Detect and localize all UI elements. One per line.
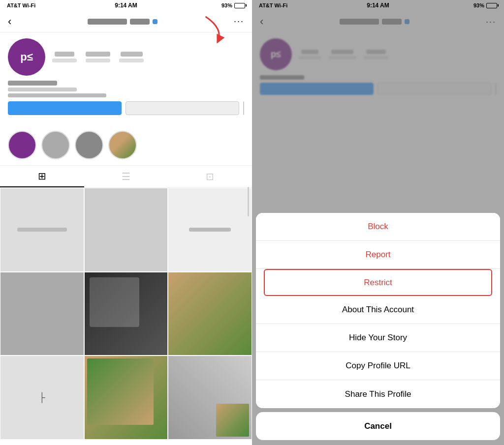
tab-tagged[interactable]: ⊡ xyxy=(168,166,252,187)
left-panel: AT&T Wi-Fi 9:14 AM 93% ‹ ··· xyxy=(0,0,252,445)
action-restrict[interactable]: Restrict xyxy=(264,269,492,296)
action-copy-url[interactable]: Copy Profile URL xyxy=(256,352,500,380)
profile-stats xyxy=(52,52,144,62)
grid-tabs: ⊞ ☰ ⊡ xyxy=(0,165,252,188)
grid-cell-3[interactable] xyxy=(168,188,252,272)
grid-cell-6[interactable] xyxy=(168,272,252,356)
highlights-row xyxy=(0,127,252,163)
action-sheet-overlay: Block Report Restrict About This Account… xyxy=(252,0,504,445)
scrollbar xyxy=(248,187,249,216)
tab-list[interactable]: ☰ xyxy=(84,166,168,187)
battery-area-left: 93% xyxy=(221,2,245,8)
action-hide-story[interactable]: Hide Your Story xyxy=(256,324,500,352)
highlight-3[interactable] xyxy=(75,131,103,159)
action-buttons xyxy=(8,101,244,115)
back-button-left[interactable]: ‹ xyxy=(8,15,11,28)
message-button[interactable] xyxy=(126,101,239,115)
status-bar-left: AT&T Wi-Fi 9:14 AM 93% xyxy=(0,0,252,11)
nav-bar-left: ‹ ··· xyxy=(0,11,252,32)
action-cancel[interactable]: Cancel xyxy=(256,412,500,440)
profile-area-left: p≤ xyxy=(0,32,252,127)
battery-icon-left xyxy=(234,3,245,8)
photo-grid: ├ xyxy=(0,188,252,440)
time-left: 9:14 AM xyxy=(115,2,137,9)
stat-following xyxy=(119,52,144,62)
action-sheet-main: Block Report Restrict About This Account… xyxy=(256,213,500,408)
battery-pct-left: 93% xyxy=(221,2,232,8)
nav-title-left xyxy=(88,19,158,25)
profile-top: p≤ xyxy=(8,38,244,76)
grid-cell-7[interactable]: ├ xyxy=(0,356,84,440)
highlight-4[interactable] xyxy=(108,131,137,159)
highlight-2[interactable] xyxy=(41,131,70,159)
more-button-left[interactable]: ··· xyxy=(234,16,244,27)
stat-posts xyxy=(52,52,77,62)
action-share-profile[interactable]: Share This Profile xyxy=(256,380,500,408)
action-block[interactable]: Block xyxy=(256,213,500,241)
dropdown-button[interactable] xyxy=(243,101,244,115)
highlight-1[interactable] xyxy=(8,131,36,159)
tab-grid[interactable]: ⊞ xyxy=(0,166,84,187)
grid-cell-1[interactable] xyxy=(0,188,84,272)
carrier-left: AT&T Wi-Fi xyxy=(7,2,35,8)
stat-followers xyxy=(86,52,110,62)
grid-cell-5[interactable] xyxy=(84,272,168,356)
grid-cell-2[interactable] xyxy=(84,188,168,272)
grid-cell-4[interactable] xyxy=(0,272,84,356)
action-report[interactable]: Report xyxy=(256,241,500,269)
follow-button[interactable] xyxy=(8,101,122,115)
grid-cell-8[interactable] xyxy=(84,356,168,440)
action-about[interactable]: About This Account xyxy=(256,296,500,324)
avatar-left: p≤ xyxy=(8,38,45,76)
right-panel: AT&T Wi-Fi 9:14 AM 93% ‹ ··· p≤ xyxy=(252,0,504,445)
profile-name xyxy=(8,81,244,97)
grid-cell-9[interactable] xyxy=(168,356,252,440)
